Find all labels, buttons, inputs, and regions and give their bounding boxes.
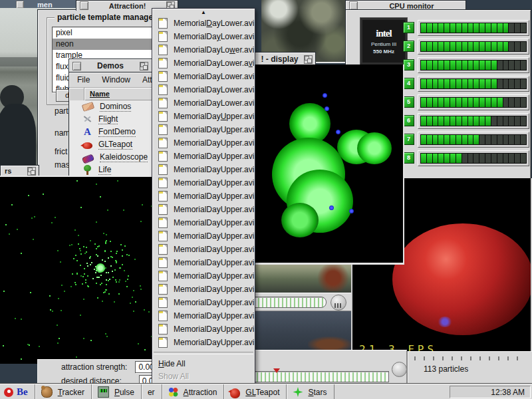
star-particle [91, 262, 92, 263]
window-menu-item[interactable]: MemorialDayUpper.avi [152, 110, 255, 123]
demos-window-tab[interactable]: Demos [68, 59, 152, 72]
demos-list-item[interactable]: AFontDemo [69, 126, 161, 138]
taskbar-item-tracker[interactable]: Tracker [35, 384, 92, 399]
star-particle [120, 244, 122, 245]
cpu-toggle-button[interactable]: 3 [403, 59, 414, 70]
window-menu-item[interactable]: MemorialDayLower.avi [152, 43, 255, 57]
meter-segment [479, 61, 485, 70]
zoom-icon[interactable] [140, 62, 148, 70]
column-header-name[interactable]: Name [84, 88, 161, 100]
window-menu-item[interactable]: MemorialDayUpper.avi [152, 216, 255, 229]
close-icon[interactable] [80, 1, 88, 10]
template-list-item[interactable]: neon [53, 39, 154, 50]
window-menu-item[interactable]: MemorialDayUpper.avi [152, 150, 255, 163]
meter-segment [468, 154, 473, 163]
stars-window-tab[interactable]: rs [0, 165, 39, 176]
be-menu-button[interactable]: Be [0, 384, 35, 399]
meter-segment [503, 135, 509, 144]
window-menu-item[interactable]: MemorialDayUpper.avi [152, 163, 255, 176]
window-menu-item-label: MemorialDayUpper.avi [174, 325, 254, 334]
taskbar-item-pulse[interactable]: Pulse [92, 384, 142, 399]
window-menu-item[interactable]: MemorialDayUpper.avi [152, 336, 255, 349]
demos-list-item[interactable]: GLTeapot [69, 138, 161, 151]
window-menu-item[interactable]: MemorialDayLower.avi [152, 96, 255, 110]
window-menu-item[interactable]: MemorialDayUpper.avi [152, 269, 255, 283]
star-particle [9, 233, 10, 235]
scroll-up-icon[interactable]: ▲ [152, 9, 255, 17]
window-menu-item-label: MemorialDayLower.avi [174, 45, 254, 55]
window-menu-item[interactable]: MemorialDayUpper.avi [152, 123, 255, 136]
star-particle [96, 221, 97, 223]
demos-list-item[interactable]: Dominos [69, 100, 161, 113]
demos-list-item[interactable]: Flight [69, 113, 161, 126]
cpu-toggle-button[interactable]: 8 [403, 152, 414, 164]
cpu-toggle-button[interactable]: 5 [403, 96, 414, 108]
zoom-icon[interactable] [27, 167, 36, 176]
zoom-icon[interactable] [304, 55, 313, 64]
window-menu-item[interactable]: MemorialDayUpper.avi [152, 309, 255, 323]
meter-segment [503, 154, 509, 163]
taskbar-item-label: Tracker [58, 388, 84, 397]
demos-list-item[interactable]: Life [69, 164, 161, 176]
window-menu-item[interactable]: MemorialDayLower.avi [152, 57, 255, 70]
meter-segment [491, 23, 497, 33]
meter-segment [450, 116, 456, 126]
clock[interactable]: 12:38 AM [491, 388, 525, 397]
display-window-tab[interactable]: ! - display [255, 52, 316, 66]
star-particle [116, 281, 117, 283]
star-particle [108, 293, 110, 295]
cpu-activity-meter [418, 113, 529, 129]
star-particle [125, 281, 126, 282]
window-menu-item[interactable]: MemorialDayUpper.avi [152, 283, 255, 296]
window-menu-item[interactable]: MemorialDayUpper.avi [152, 176, 255, 190]
seek-slider[interactable] [245, 371, 389, 382]
meter-segment [515, 79, 520, 88]
tick-slider[interactable] [414, 356, 526, 360]
star-particle [78, 243, 79, 245]
window-menu-item[interactable]: MemorialDayUpper.avi [152, 243, 255, 256]
cpu-activity-meter [418, 20, 529, 36]
star-particle [107, 209, 108, 211]
cpu-activity-meter [418, 39, 529, 55]
menu-file[interactable]: File [77, 75, 90, 84]
demos-list-item[interactable]: Kaleidoscope [69, 151, 161, 164]
seek-slider[interactable] [247, 297, 327, 308]
taskbar-item-er[interactable]: er [142, 384, 162, 399]
window-menu-item[interactable]: MemorialDayLower.avi [152, 17, 255, 30]
window-menu-item[interactable]: MemorialDayLower.avi [152, 83, 255, 96]
file-icon [158, 204, 168, 215]
window-menu-item[interactable]: MemorialDayUpper.avi [152, 203, 255, 216]
volume-button[interactable] [392, 362, 407, 377]
meter-segment [456, 23, 462, 33]
window-menu-item[interactable]: MemorialDayUpper.avi [152, 256, 255, 269]
window-menu-item[interactable]: MemorialDayUpper.avi [152, 229, 255, 243]
cpu-toggle-button[interactable]: 2 [403, 41, 414, 52]
window-menu-item-label: MemorialDayUpper.avi [174, 311, 254, 321]
window-menu-item[interactable]: MemorialDayUpper.avi [152, 190, 255, 203]
window-menu-item[interactable]: MemorialDayUpper.avi [152, 296, 255, 309]
menu-window[interactable]: Window [102, 75, 130, 84]
window-menu-item[interactable]: MemorialDayUpper.avi [152, 323, 255, 336]
speaker-button[interactable] [331, 295, 346, 311]
meter-segment [468, 135, 473, 144]
meter-segment [521, 79, 526, 88]
window-menu-item[interactable]: MemorialDayUpper.avi [152, 136, 255, 150]
window-menu-item[interactable]: MemorialDayLower.avi [152, 30, 255, 43]
close-icon[interactable] [72, 62, 81, 70]
taskbar-item-stars[interactable]: Stars [287, 384, 334, 399]
cpu-toggle-button[interactable]: 6 [403, 115, 414, 126]
cpu-toggle-button[interactable]: 4 [403, 78, 414, 89]
window-menu-item[interactable]: MemorialDayLower.avi [152, 70, 255, 83]
template-list-item[interactable]: pixel [53, 27, 154, 39]
cpu-toggle-button[interactable]: 1 [403, 22, 414, 33]
menu-action-hide-all[interactable]: Hide All [152, 357, 255, 370]
particles-status-panel: 113 particles [406, 351, 532, 384]
playhead-marker[interactable] [273, 368, 280, 373]
meter-segment [444, 79, 450, 88]
cpu-activity-meter [418, 94, 529, 110]
star-particle [33, 239, 34, 240]
taskbar-item-glteapot[interactable]: GLTeapot [224, 384, 287, 399]
taskbar-item-attraction[interactable]: Attraction [162, 384, 225, 399]
meter-segment [438, 135, 444, 144]
cpu-toggle-button[interactable]: 7 [403, 134, 414, 145]
